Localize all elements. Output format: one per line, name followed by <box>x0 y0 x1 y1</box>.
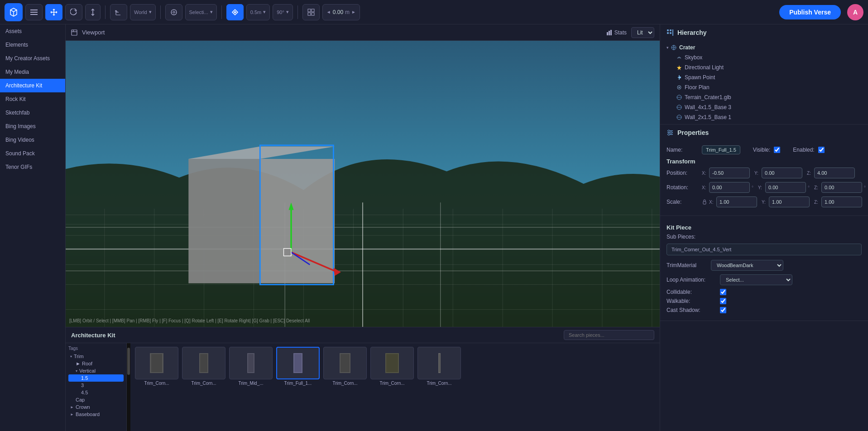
right-panel: Hierarchy ▾ Crater Skybox Directional Li… <box>660 24 868 431</box>
hier-wall-2[interactable]: Wall_2x1.5_Base 1 <box>660 112 868 122</box>
sidebar-item-elements[interactable]: Elements <box>0 38 65 52</box>
cast-shadow-row: Cast Shadow: <box>667 307 862 313</box>
svg-rect-1 <box>30 10 38 10</box>
offset-control[interactable]: ◄ 0.00 m ► <box>322 4 360 20</box>
hier-skybox[interactable]: Skybox <box>660 53 868 62</box>
trim-material-row: TrimMaterial WoodBeamDark <box>667 260 862 271</box>
scale-y-input[interactable] <box>769 196 810 207</box>
sidebar-item-my-creator[interactable]: My Creator Assets <box>0 52 65 65</box>
sidebar-item-sound-pack[interactable]: Sound Pack <box>0 147 65 160</box>
snap-select[interactable]: 0.5m ▾ <box>246 4 270 20</box>
tags-scroll-thumb[interactable] <box>127 348 130 375</box>
content-title: Architecture Kit <box>71 332 115 339</box>
walkable-checkbox[interactable] <box>720 298 726 304</box>
thumb-img-1 <box>182 347 225 379</box>
thumb-item-1[interactable]: Trim_Corn... <box>181 347 226 386</box>
refresh-button[interactable] <box>65 4 82 20</box>
snap-icon-button[interactable] <box>226 4 244 20</box>
svg-rect-3 <box>30 14 38 15</box>
floor-plan-label: Floor Plan <box>685 84 710 91</box>
tag-crown[interactable]: ► Crown <box>68 403 124 411</box>
angle-select[interactable]: 90° ▾ <box>273 4 293 20</box>
hierarchy-title: Hierarchy <box>677 29 707 36</box>
axis-button[interactable] <box>110 4 127 20</box>
hier-spawn-point[interactable]: Spawn Point <box>660 72 868 82</box>
viewport-canvas[interactable]: [LMB] Orbit / Select | [MMB] Pan | [RMB]… <box>66 41 660 327</box>
pos-z-input[interactable] <box>814 168 855 178</box>
tag-baseboard[interactable]: ► Baseboard <box>68 411 124 418</box>
menu-button[interactable] <box>25 4 43 20</box>
scale-z-input[interactable] <box>821 196 862 207</box>
tag-3[interactable]: 3 <box>68 382 124 389</box>
rot-z-input[interactable] <box>821 182 862 193</box>
thumb-item-6[interactable]: Trim_Corn... <box>417 347 462 386</box>
hier-floor-plan[interactable]: Floor Plan <box>660 82 868 92</box>
svg-rect-71 <box>386 354 398 372</box>
collidable-checkbox[interactable] <box>720 289 726 295</box>
loop-animation-row: Loop Animation: Select... <box>667 274 862 285</box>
sidebar-item-sketchfab[interactable]: Sketchfab <box>0 106 65 120</box>
grid-button[interactable] <box>302 4 320 20</box>
thumb-item-5[interactable]: Trim_Corn... <box>369 347 415 386</box>
sidebar-item-my-media[interactable]: My Media <box>0 65 65 79</box>
hier-crater[interactable]: ▾ Crater <box>660 43 868 53</box>
offset-increase[interactable]: ► <box>351 10 356 14</box>
search-input[interactable] <box>564 330 654 340</box>
scale-row: Scale: X: Y: Z: <box>667 196 862 207</box>
svg-rect-17 <box>72 30 77 35</box>
stats-label: Stats <box>614 29 627 36</box>
tags-scrollbar[interactable] <box>127 343 130 431</box>
svg-rect-13 <box>308 9 311 12</box>
lit-select[interactable]: Lit <box>631 27 654 38</box>
sidebar-item-bing-videos[interactable]: Bing Videos <box>0 133 65 147</box>
wall4-icon <box>676 105 682 110</box>
cast-shadow-checkbox[interactable] <box>720 307 726 313</box>
tag-trim[interactable]: ▾ Trim <box>68 353 124 360</box>
target-button[interactable] <box>165 4 182 20</box>
hier-wall-4[interactable]: Wall_4x1.5_Base 3 <box>660 102 868 112</box>
logo-button[interactable] <box>5 3 23 21</box>
stats-button[interactable]: Stats <box>606 29 627 36</box>
offset-decrease[interactable]: ◄ <box>326 10 331 14</box>
tag-4-5[interactable]: 4.5 <box>68 389 124 396</box>
svg-point-93 <box>668 130 670 132</box>
rot-y-input[interactable] <box>765 182 806 193</box>
enabled-checkbox[interactable] <box>818 147 825 153</box>
name-label: Name: <box>667 147 698 153</box>
position-label: Position: <box>667 170 698 176</box>
hierarchy-header: Hierarchy <box>660 24 868 41</box>
sidebar-item-assets[interactable]: Assets <box>0 24 65 38</box>
visible-checkbox[interactable] <box>774 147 780 153</box>
selection-select[interactable]: Selecti... ▾ <box>185 4 217 20</box>
svg-rect-78 <box>672 29 673 36</box>
thumb-item-0[interactable]: Trim_Corn... <box>134 347 179 386</box>
svg-rect-65 <box>248 354 254 372</box>
tag-roof[interactable]: ► Roof <box>68 360 124 367</box>
sidebar-item-rock-kit[interactable]: Rock Kit <box>0 92 65 106</box>
hier-directional-light[interactable]: Directional Light <box>660 62 868 72</box>
move-tool-button[interactable] <box>45 4 62 20</box>
hierarchy-icon <box>667 29 674 36</box>
thumb-label-4: Trim_Corn... <box>323 381 367 386</box>
sidebar-item-tenor-gifs[interactable]: Tenor GIFs <box>0 160 65 174</box>
loop-animation-select[interactable]: Select... <box>720 274 792 285</box>
hier-terrain[interactable]: Terrain_Crater1.glb <box>660 92 868 102</box>
thumb-item-2[interactable]: Trim_Mid_... <box>228 347 273 386</box>
rot-x-input[interactable] <box>709 182 750 193</box>
tag-1-5[interactable]: 1.5 <box>68 374 124 382</box>
world-select[interactable]: World ▾ <box>130 4 156 20</box>
sidebar-item-bing-images[interactable]: Bing Images <box>0 120 65 133</box>
trim-material-select[interactable]: WoodBeamDark <box>711 260 783 271</box>
height-tool-button[interactable] <box>85 4 101 20</box>
publish-verse-button[interactable]: Publish Verse <box>779 5 841 19</box>
pos-y-input[interactable] <box>762 168 802 178</box>
tag-cap[interactable]: Cap <box>68 396 124 403</box>
avatar[interactable]: A <box>847 4 863 20</box>
pos-x-input[interactable] <box>709 168 750 178</box>
thumb-item-4[interactable]: Trim_Corn... <box>322 347 368 386</box>
selection-label: Selecti... <box>189 10 208 15</box>
tag-vertical[interactable]: ▾ Vertical <box>68 367 124 374</box>
thumb-item-3[interactable]: Trim_Full_1... <box>275 347 321 386</box>
scale-x-input[interactable] <box>716 196 757 207</box>
sidebar-item-arch-kit[interactable]: Architecture Kit <box>0 79 65 92</box>
